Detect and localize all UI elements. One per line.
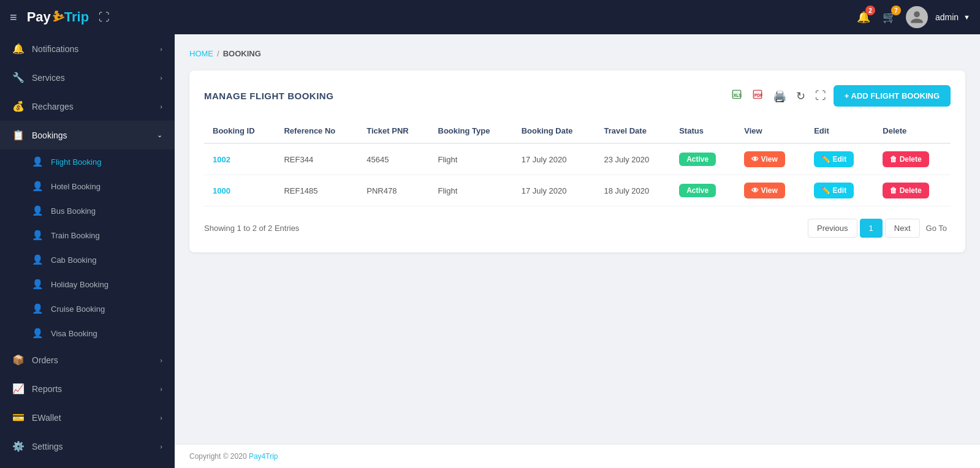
- admin-label: admin: [935, 12, 959, 22]
- footer-copyright: Copyright © 2020: [189, 452, 249, 461]
- sidebar-item-visa-booking[interactable]: 👤 Visa Booking: [0, 321, 175, 345]
- manage-booking-card: MANAGE FLIGHT BOOKING XLS PDF: [189, 70, 965, 252]
- card-title: MANAGE FLIGHT BOOKING: [204, 91, 333, 101]
- svg-text:XLS: XLS: [734, 93, 742, 97]
- delete-button[interactable]: 🗑 Delete: [883, 183, 929, 198]
- sidebar-item-reports[interactable]: 📈 Reports ›: [0, 374, 175, 403]
- avatar[interactable]: [906, 6, 928, 28]
- view-button[interactable]: 👁 View: [744, 151, 784, 167]
- booking-id-link[interactable]: 1002: [213, 155, 230, 164]
- hamburger-button[interactable]: ≡: [10, 10, 17, 25]
- cell-booking-type: Flight: [430, 175, 513, 206]
- col-status: Status: [670, 119, 735, 143]
- previous-button[interactable]: Previous: [808, 219, 857, 238]
- cell-ticket-pnr: 45645: [358, 143, 429, 175]
- refresh-icon: ↻: [796, 89, 805, 103]
- chevron-right-icon: ›: [160, 45, 162, 53]
- person-icon: 👤: [32, 303, 44, 314]
- pagination: Previous 1 Next Go To: [808, 219, 951, 238]
- chevron-right-icon: ›: [160, 74, 162, 81]
- card-header: MANAGE FLIGHT BOOKING XLS PDF: [204, 85, 951, 107]
- sidebar-ewallet-label: EWallet: [32, 413, 61, 423]
- cell-booking-date: 17 July 2020: [513, 143, 596, 175]
- goto-label: Go To: [922, 219, 951, 237]
- excel-export-button[interactable]: XLS: [729, 86, 745, 105]
- excel-icon: XLS: [731, 89, 742, 103]
- sidebar-visa-label: Visa Booking: [51, 329, 97, 338]
- person-icon: 👤: [32, 254, 44, 265]
- col-booking-id: Booking ID: [204, 119, 275, 143]
- admin-dropdown[interactable]: admin ▼: [935, 12, 970, 22]
- pdf-export-button[interactable]: PDF: [750, 86, 765, 105]
- sidebar-notifications-label: Notifications: [32, 44, 78, 54]
- col-reference-no: Reference No: [275, 119, 358, 143]
- next-button[interactable]: Next: [885, 219, 920, 238]
- money-icon: 💰: [12, 100, 25, 112]
- sidebar-hotel-label: Hotel Booking: [51, 182, 101, 191]
- edit-button[interactable]: ✏️ Edit: [814, 151, 854, 167]
- sidebar-item-train-booking[interactable]: 👤 Train Booking: [0, 223, 175, 247]
- sidebar-item-holiday-booking[interactable]: 👤 Holiday Booking: [0, 272, 175, 296]
- main-layout: 🔔 Notifications › 🔧 Services › 💰 Recharg…: [0, 34, 980, 468]
- add-flight-booking-button[interactable]: + ADD FLIGHT BOOKING: [834, 85, 951, 107]
- sidebar-orders-label: Orders: [32, 355, 58, 365]
- sidebar-item-bookings[interactable]: 📋 Bookings ⌄: [0, 121, 175, 149]
- expand-button[interactable]: ⛶: [99, 11, 110, 24]
- sidebar-item-cab-booking[interactable]: 👤 Cab Booking: [0, 247, 175, 272]
- sidebar-cab-label: Cab Booking: [51, 255, 96, 265]
- notification-button[interactable]: 🔔 2: [854, 8, 873, 26]
- sidebar-item-hotel-booking[interactable]: 👤 Hotel Booking: [0, 174, 175, 198]
- edit-button[interactable]: ✏️ Edit: [814, 183, 854, 198]
- col-delete: Delete: [874, 119, 951, 143]
- sidebar-item-cruise-booking[interactable]: 👤 Cruise Booking: [0, 296, 175, 321]
- fullscreen-button[interactable]: ⛶: [813, 87, 829, 105]
- sidebar-item-support[interactable]: 🆘 Support ›: [0, 461, 175, 468]
- sidebar-item-recharges[interactable]: 💰 Recharges ›: [0, 92, 175, 121]
- col-booking-date: Booking Date: [513, 119, 596, 143]
- col-booking-type: Booking Type: [430, 119, 513, 143]
- page-1-button[interactable]: 1: [860, 219, 883, 238]
- sidebar-bus-label: Bus Booking: [51, 206, 96, 216]
- bookings-table: Booking ID Reference No Ticket PNR Booki…: [204, 119, 951, 206]
- breadcrumb-current: BOOKING: [223, 49, 261, 58]
- pagination-area: Showing 1 to 2 of 2 Entries Previous 1 N…: [204, 219, 951, 238]
- sidebar-services-label: Services: [32, 73, 65, 83]
- chart-icon: 📈: [12, 383, 25, 394]
- content-area: HOME / BOOKING MANAGE FLIGHT BOOKING XLS: [175, 34, 980, 444]
- sidebar-recharges-label: Recharges: [32, 102, 74, 111]
- cart-badge: 7: [891, 6, 901, 15]
- package-icon: 📦: [12, 354, 25, 366]
- refresh-button[interactable]: ↻: [794, 87, 808, 105]
- wallet-icon: 💳: [12, 412, 25, 423]
- breadcrumb-home[interactable]: HOME: [189, 49, 213, 58]
- cart-button[interactable]: 🛒 7: [880, 8, 898, 26]
- logo[interactable]: Pay⛷Trip: [27, 9, 89, 25]
- sidebar-bookings-label: Bookings: [32, 130, 67, 140]
- person-icon: 👤: [32, 181, 44, 192]
- sidebar-item-orders[interactable]: 📦 Orders ›: [0, 345, 175, 374]
- gear-icon: ⚙️: [12, 440, 25, 452]
- sidebar-holiday-label: Holiday Booking: [51, 280, 108, 289]
- status-badge: Active: [679, 184, 716, 197]
- svg-text:PDF: PDF: [754, 93, 763, 97]
- sidebar-item-notifications[interactable]: 🔔 Notifications ›: [0, 34, 175, 63]
- table-row: 1000 REF1485 PNR478 Flight 17 July 2020 …: [204, 175, 951, 206]
- chevron-right-icon: ›: [160, 414, 162, 421]
- view-button[interactable]: 👁 View: [744, 183, 784, 198]
- person-icon: 👤: [32, 279, 44, 290]
- col-view: View: [735, 119, 805, 143]
- list-icon: 📋: [12, 129, 25, 141]
- chevron-right-icon: ›: [160, 357, 162, 364]
- footer-brand-link[interactable]: Pay4Trip: [249, 452, 278, 461]
- sidebar-item-ewallet[interactable]: 💳 EWallet ›: [0, 403, 175, 432]
- print-button[interactable]: 🖨️: [770, 87, 789, 105]
- delete-button[interactable]: 🗑 Delete: [883, 151, 929, 167]
- booking-id-link[interactable]: 1000: [213, 186, 230, 195]
- topbar-right: 🔔 2 🛒 7 admin ▼: [854, 6, 970, 28]
- sidebar-item-bus-booking[interactable]: 👤 Bus Booking: [0, 198, 175, 223]
- sidebar-item-services[interactable]: 🔧 Services ›: [0, 63, 175, 92]
- sidebar-cruise-label: Cruise Booking: [51, 304, 105, 314]
- sidebar-item-flight-booking[interactable]: 👤 Flight Booking: [0, 149, 175, 174]
- cell-reference-no: REF1485: [275, 175, 358, 206]
- sidebar-item-settings[interactable]: ⚙️ Settings ›: [0, 432, 175, 461]
